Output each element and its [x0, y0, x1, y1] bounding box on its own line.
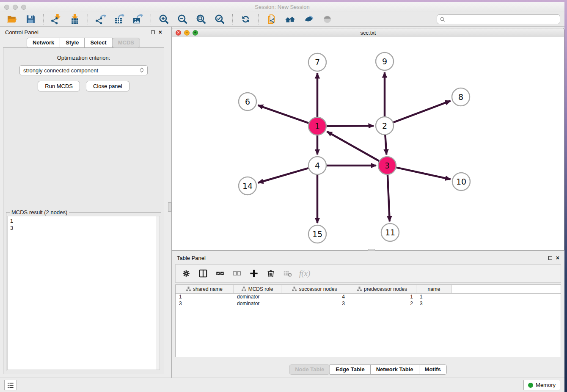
network-canvas[interactable]: 7968124314101511 [172, 37, 564, 250]
task-history-button[interactable] [4, 380, 17, 390]
window-titlebar: Session: New Session [0, 2, 564, 12]
table-row[interactable]: 1dominator411 [176, 294, 561, 301]
toolbar-separator [232, 14, 233, 25]
show-hide-graphics-details-icon[interactable] [301, 14, 316, 25]
network-resize-grip[interactable] [368, 249, 375, 251]
toolbar-separator [43, 14, 44, 25]
node-label-14: 14 [242, 181, 253, 190]
export-network-icon[interactable] [93, 14, 108, 25]
control-panel-tabs: NetworkStyleSelectMCDS [0, 38, 167, 48]
network-minimize-button[interactable]: − [184, 30, 190, 36]
table-cell: 1 [416, 294, 452, 301]
edge-3-11[interactable] [388, 175, 390, 221]
network-close-button[interactable]: ✕ [176, 30, 181, 36]
panel-splitter[interactable] [167, 27, 172, 378]
column-tree-icon [242, 287, 246, 291]
tab-motifs[interactable]: Motifs [419, 364, 447, 375]
toolbar-separator [151, 14, 151, 25]
node-label-15: 15 [312, 229, 322, 239]
zoom-out-icon[interactable] [175, 14, 190, 25]
control-panel: Control Panel × NetworkStyleSelectMCDS O… [0, 27, 167, 378]
table-cell: 1 [176, 294, 234, 301]
export-image-icon[interactable] [130, 14, 146, 25]
save-session-icon[interactable] [23, 14, 38, 25]
table-toolbar: f(x) [175, 264, 561, 283]
delete-table-disabled-icon [282, 268, 293, 279]
table-settings-gear-icon[interactable] [181, 268, 192, 279]
mcds-panel: Optimization criterion: strongly connect… [3, 47, 164, 374]
column-header-shared-name[interactable]: shared name [176, 285, 234, 293]
close-panel-icon[interactable]: × [159, 29, 162, 35]
status-bar: Memory [0, 378, 564, 392]
mcds-result-list[interactable]: 13 [7, 216, 160, 370]
zoom-selected-icon[interactable] [212, 14, 227, 25]
close-table-panel-icon[interactable]: × [556, 255, 559, 261]
edge-3-1[interactable] [327, 132, 379, 161]
open-file-icon[interactable] [4, 14, 19, 25]
edge-1-6[interactable] [258, 105, 309, 123]
table-row[interactable]: 3dominator323 [176, 301, 561, 307]
add-row-icon[interactable] [248, 268, 259, 279]
splitter-grip[interactable] [168, 202, 171, 212]
tab-edge-table[interactable]: Edge Table [330, 364, 370, 375]
table-panel: Table Panel × f(x) shared nameMCDS roles… [172, 252, 564, 378]
column-tree-icon [357, 287, 362, 291]
network-title: scc.txt [172, 30, 564, 36]
delete-row-icon[interactable] [265, 268, 276, 279]
float-table-panel-icon[interactable] [548, 256, 552, 260]
node-label-11: 11 [385, 228, 395, 237]
search-input[interactable] [446, 17, 557, 22]
result-scrollbar[interactable] [156, 216, 160, 370]
close-panel-button[interactable]: Close panel [86, 81, 129, 91]
duplicate-network-icon[interactable] [264, 14, 279, 25]
refresh-layout-icon[interactable] [238, 14, 253, 25]
tab-mcds[interactable]: MCDS [112, 38, 140, 48]
zoom-in-icon[interactable] [156, 14, 171, 25]
network-maximize-button[interactable]: + [193, 30, 198, 36]
header-filler [452, 285, 561, 293]
toolbar-separator [258, 14, 259, 25]
run-mcds-button[interactable]: Run MCDS [38, 81, 80, 91]
criterion-dropdown[interactable]: strongly connected component [19, 65, 148, 75]
column-layout-icon[interactable] [198, 268, 209, 279]
window-title: Session: New Session [0, 4, 564, 10]
tab-network[interactable]: Network [27, 38, 60, 48]
optimization-criterion-label: Optimization criterion: [3, 55, 164, 61]
toolbar-separator [88, 14, 88, 25]
select-all-columns-icon[interactable] [215, 268, 226, 279]
tab-select[interactable]: Select [84, 38, 112, 48]
zoom-fit-icon[interactable] [193, 14, 209, 25]
export-table-icon[interactable] [112, 14, 127, 25]
dropdown-stepper-icon [140, 68, 144, 73]
search-icon [440, 17, 446, 22]
edge-2-3[interactable] [385, 135, 386, 155]
edge-3-10[interactable] [396, 168, 450, 179]
edge-2-8[interactable] [394, 101, 451, 122]
column-header-predecessor-nodes[interactable]: predecessor nodes [348, 285, 416, 293]
deselect-all-columns-icon[interactable] [231, 268, 242, 279]
float-panel-icon[interactable] [151, 30, 155, 34]
import-network-icon[interactable] [49, 14, 64, 25]
node-label-6: 6 [245, 97, 250, 106]
column-header-MCDS-role[interactable]: MCDS role [234, 285, 281, 293]
search-field[interactable] [437, 14, 560, 24]
result-line: 3 [10, 224, 157, 232]
edge-4-14[interactable] [258, 168, 308, 183]
open-browser-home-icon[interactable] [282, 14, 297, 25]
tab-node-table[interactable]: Node Table [289, 364, 330, 375]
node-label-10: 10 [456, 177, 466, 186]
column-header-successor-nodes[interactable]: successor nodes [281, 285, 348, 293]
edge-1-2[interactable] [327, 126, 374, 126]
node-table[interactable]: shared nameMCDS rolesuccessor nodesprede… [175, 284, 561, 357]
table-cell: 3 [176, 301, 234, 307]
column-tree-icon [292, 287, 297, 291]
tab-network-table[interactable]: Network Table [370, 364, 419, 375]
function-builder-fx-icon: f(x) [299, 268, 310, 279]
import-table-icon[interactable] [67, 14, 83, 25]
table-tabs: Node TableEdge TableNetwork TableMotifs [172, 357, 564, 378]
network-graph: 7968124314101511 [172, 37, 564, 250]
memory-button[interactable]: Memory [523, 380, 560, 390]
table-panel-title: Table Panel [177, 255, 206, 261]
tab-style[interactable]: Style [60, 38, 85, 48]
column-header-name[interactable]: name [416, 285, 452, 293]
